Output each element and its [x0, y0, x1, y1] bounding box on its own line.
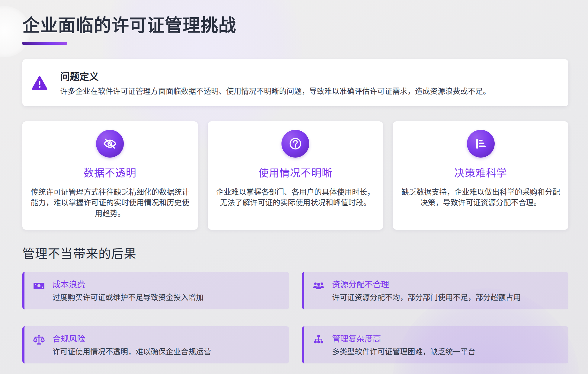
warning-triangle-icon — [32, 75, 47, 90]
title-underline — [22, 42, 67, 45]
consequence-card-description: 许可证使用情况不透明，难以确保企业合规运营 — [53, 347, 211, 357]
challenge-card-title: 数据不透明 — [30, 165, 190, 180]
consequence-card-description: 多类型软件许可证管理困难，缺乏统一平台 — [332, 347, 476, 357]
consequence-card-content: 资源分配不合理 许可证资源分配不均，部分部门使用不足，部分超额占用 — [332, 277, 521, 303]
question-circle-icon — [281, 130, 309, 158]
bar-chart-icon — [467, 130, 495, 158]
consequence-card-title: 成本浪费 — [53, 278, 204, 290]
balance-scale-icon — [33, 334, 45, 346]
challenge-card-description: 传统许可证管理方式往往缺乏精细化的数据统计能力，难以掌握许可证的实时使用情况和历… — [30, 187, 190, 219]
problem-definition-content: 问题定义 许多企业在软件许可证管理方面面临数据不透明、使用情况不明晰的问题，导致… — [60, 69, 490, 97]
money-icon — [33, 279, 45, 292]
consequence-card-content: 成本浪费 过度购买许可证或维护不足导致资金投入增加 — [53, 277, 204, 303]
sitemap-icon — [312, 334, 325, 346]
challenge-card-data-opacity: 数据不透明 传统许可证管理方式往往缺乏精细化的数据统计能力，难以掌握许可证的实时… — [22, 121, 198, 230]
eye-off-icon — [96, 130, 124, 158]
slide-license-management-challenges: 企业面临的许可证管理挑战 问题定义 许多企业在软件许可证管理方面面临数据不透明、… — [0, 0, 588, 363]
consequence-card-title: 管理复杂度高 — [332, 332, 476, 344]
page-title: 企业面临的许可证管理挑战 — [22, 16, 568, 36]
consequence-card-title: 资源分配不合理 — [332, 278, 521, 290]
consequence-card-cost-waste: 成本浪费 过度购买许可证或维护不足导致资金投入增加 — [22, 272, 289, 309]
consequence-card-content: 合规风险 许可证使用情况不透明，难以确保企业合规运营 — [53, 332, 211, 357]
consequence-card-management-complexity: 管理复杂度高 多类型软件许可证管理困难，缺乏统一平台 — [302, 326, 569, 364]
challenge-card-title: 使用情况不明晰 — [216, 165, 375, 180]
consequence-cards-grid: 成本浪费 过度购买许可证或维护不足导致资金投入增加 资源分配不合理 许可证资源分… — [22, 272, 568, 363]
challenge-card-usage-unclear: 使用情况不明晰 企业难以掌握各部门、各用户的具体使用时长，无法了解许可证的实际使… — [208, 121, 383, 230]
consequence-card-resource-misallocation: 资源分配不合理 许可证资源分配不均，部分部门使用不足，部分超额占用 — [302, 272, 569, 309]
challenge-card-description: 企业难以掌握各部门、各用户的具体使用时长，无法了解许可证的实际使用状况和峰值时段… — [216, 187, 375, 208]
consequence-card-description: 过度购买许可证或维护不足导致资金投入增加 — [53, 293, 204, 303]
challenge-card-title: 决策难科学 — [401, 165, 561, 180]
consequences-section-title: 管理不当带来的后果 — [22, 244, 568, 262]
challenge-card-description: 缺乏数据支持，企业难以做出科学的采购和分配决策，导致许可证资源分配不合理。 — [401, 187, 561, 208]
users-icon — [312, 279, 325, 292]
challenge-card-decision-difficulty: 决策难科学 缺乏数据支持，企业难以做出科学的采购和分配决策，导致许可证资源分配不… — [393, 121, 568, 230]
consequence-card-title: 合规风险 — [53, 332, 211, 344]
consequence-card-compliance-risk: 合规风险 许可证使用情况不透明，难以确保企业合规运营 — [22, 326, 289, 364]
consequence-card-content: 管理复杂度高 多类型软件许可证管理困难，缺乏统一平台 — [332, 332, 476, 357]
problem-definition-title: 问题定义 — [60, 69, 490, 83]
problem-definition-description: 许多企业在软件许可证管理方面面临数据不透明、使用情况不明晰的问题，导致难以准确评… — [60, 86, 490, 97]
problem-definition-card: 问题定义 许多企业在软件许可证管理方面面临数据不透明、使用情况不明晰的问题，导致… — [22, 59, 568, 106]
consequence-card-description: 许可证资源分配不均，部分部门使用不足，部分超额占用 — [332, 293, 521, 303]
challenge-cards-row: 数据不透明 传统许可证管理方式往往缺乏精细化的数据统计能力，难以掌握许可证的实时… — [22, 121, 568, 230]
